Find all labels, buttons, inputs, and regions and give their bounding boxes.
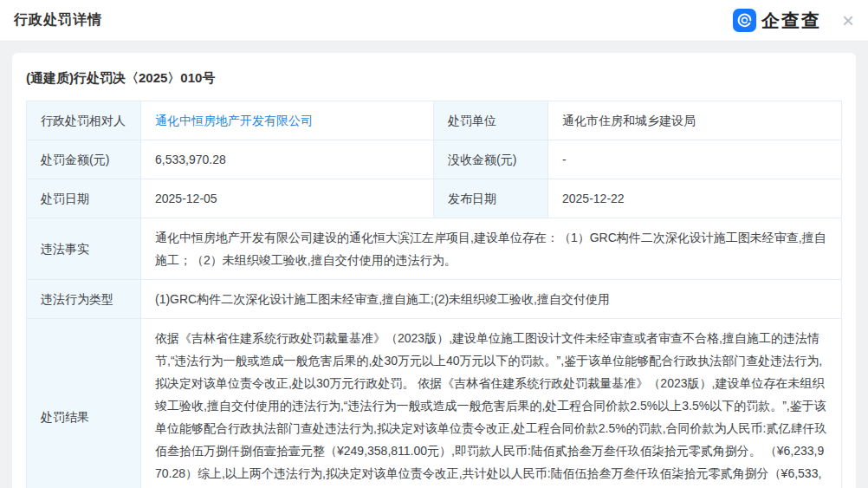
modal-body: (通建质)行处罚决〈2025〉010号 行政处罚相对人 通化中恒房地产开发有限公… bbox=[0, 42, 868, 488]
table-row: 处罚日期 2025-12-05 发布日期 2025-12-22 bbox=[27, 179, 842, 218]
page-title: 行政处罚详情 bbox=[14, 11, 102, 29]
field-label-penalty-date: 处罚日期 bbox=[27, 179, 141, 218]
field-value-confiscation-amount: - bbox=[548, 140, 842, 179]
header-right: 企查查 × bbox=[733, 9, 854, 33]
field-value-authority: 通化市住房和城乡建设局 bbox=[548, 101, 842, 140]
table-row: 处罚结果 依据《吉林省住建系统行政处罚裁量基准》（2023版）,建设单位施工图设… bbox=[27, 319, 842, 488]
field-label-illegal-facts: 违法事实 bbox=[27, 218, 141, 280]
close-icon[interactable]: × bbox=[842, 10, 854, 31]
field-value-violation-type: (1)GRC构件二次深化设计施工图未经审查,擅自施工;(2)未组织竣工验收,擅自… bbox=[141, 280, 842, 319]
qichacha-logo-icon bbox=[733, 9, 756, 32]
field-value-publish-date: 2025-12-22 bbox=[548, 179, 842, 218]
field-label-counterpart: 行政处罚相对人 bbox=[27, 101, 141, 140]
field-value-counterpart: 通化中恒房地产开发有限公司 bbox=[141, 101, 434, 140]
qichacha-logo-text: 企查查 bbox=[761, 9, 821, 33]
field-label-fine-amount: 处罚金额(元) bbox=[27, 140, 141, 179]
company-link[interactable]: 通化中恒房地产开发有限公司 bbox=[155, 114, 313, 127]
field-label-penalty-result: 处罚结果 bbox=[27, 319, 141, 488]
table-row: 行政处罚相对人 通化中恒房地产开发有限公司 处罚单位 通化市住房和城乡建设局 bbox=[27, 101, 842, 140]
table-row: 处罚金额(元) 6,533,970.28 没收金额(元) - bbox=[27, 140, 842, 179]
penalty-table: 行政处罚相对人 通化中恒房地产开发有限公司 处罚单位 通化市住房和城乡建设局 处… bbox=[26, 101, 842, 488]
field-label-violation-type: 违法行为类型 bbox=[27, 280, 141, 319]
field-value-penalty-result: 依据《吉林省住建系统行政处罚裁量基准》（2023版）,建设单位施工图设计文件未经… bbox=[141, 319, 842, 488]
field-value-illegal-facts: 通化中恒房地产开发有限公司建设的通化恒大滨江左岸项目,建设单位存在：（1）GRC… bbox=[141, 218, 842, 280]
qichacha-logo: 企查查 bbox=[733, 9, 821, 33]
penalty-card: (通建质)行处罚决〈2025〉010号 行政处罚相对人 通化中恒房地产开发有限公… bbox=[12, 53, 856, 488]
field-value-fine-amount: 6,533,970.28 bbox=[141, 140, 434, 179]
table-row: 违法事实 通化中恒房地产开发有限公司建设的通化恒大滨江左岸项目,建设单位存在：（… bbox=[27, 218, 842, 280]
field-label-authority: 处罚单位 bbox=[434, 101, 548, 140]
field-value-penalty-date: 2025-12-05 bbox=[141, 179, 434, 218]
penalty-doc-number: (通建质)行处罚决〈2025〉010号 bbox=[26, 65, 842, 101]
field-label-publish-date: 发布日期 bbox=[434, 179, 548, 218]
field-label-confiscation-amount: 没收金额(元) bbox=[434, 140, 548, 179]
modal-header: 行政处罚详情 企查查 × bbox=[0, 0, 868, 42]
table-row: 违法行为类型 (1)GRC构件二次深化设计施工图未经审查,擅自施工;(2)未组织… bbox=[27, 280, 842, 319]
